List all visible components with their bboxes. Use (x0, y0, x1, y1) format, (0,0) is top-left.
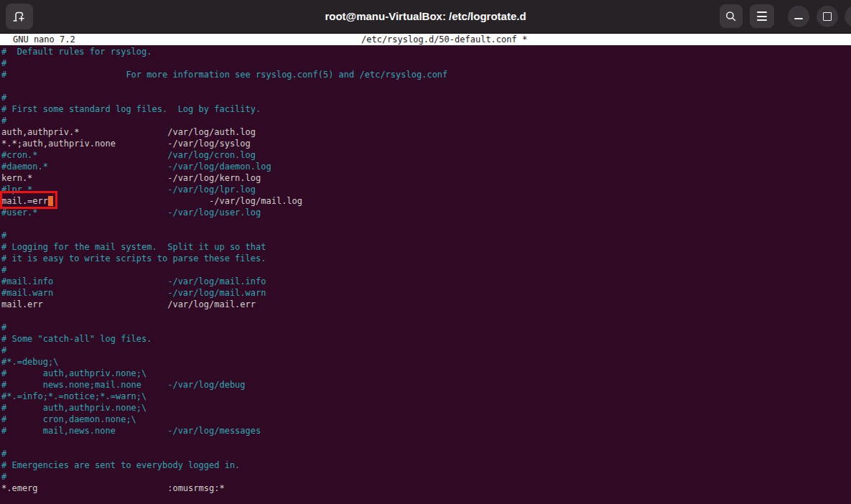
nano-version-label: GNU nano 7.2 (13, 34, 75, 45)
terminal-line: #mail.info -/var/log/mail.info (1, 276, 851, 287)
terminal-line: #daemon.* -/var/log/daemon.log (1, 161, 851, 172)
terminal-line: # For more information see rsyslog.conf(… (1, 69, 851, 80)
terminal-line: # auth,authpriv.none;\ (1, 368, 851, 379)
terminal-line: # (1, 230, 851, 241)
search-icon (725, 10, 738, 23)
terminal-line: # (1, 57, 851, 69)
terminal-line: # (1, 448, 851, 459)
terminal-line: mail.=err -/var/log/mail.log (1, 195, 851, 207)
titlebar: root@manu-VirtualBox: /etc/logrotate.d (0, 0, 851, 34)
terminal-line (1, 310, 851, 322)
terminal-line: # news.none;mail.none -/var/log/debug (1, 379, 851, 391)
terminal-line: *.emerg :omusrmsg:* (1, 482, 851, 494)
minimize-icon (794, 18, 803, 19)
search-button[interactable] (720, 4, 743, 28)
terminal-line: # (1, 115, 851, 126)
terminal-line: # Default rules for rsyslog. (1, 46, 851, 57)
terminal-line: #user.* -/var/log/user.log (1, 207, 851, 218)
terminal-line: # (1, 345, 851, 356)
menu-button[interactable] (750, 4, 774, 28)
terminal-line: # Emergencies are sent to everybody logg… (1, 459, 851, 471)
terminal-line: # cron,daemon.none;\ (1, 414, 851, 425)
nano-header: GNU nano 7.2 /etc/rsyslog.d/50-default.c… (0, 34, 851, 45)
terminal-line: # (1, 92, 851, 103)
terminal-line: # mail,news.none -/var/log/messages (1, 425, 851, 437)
terminal-line: #cron.* /var/log/cron.log (1, 149, 851, 161)
terminal-line (1, 80, 851, 92)
terminal-line (1, 437, 851, 448)
text-cursor (48, 196, 53, 206)
terminal-line: # Logging for the mail system. Split it … (1, 241, 851, 253)
minimize-button[interactable] (788, 6, 809, 27)
terminal-line: # it is easy to write scripts to parse t… (1, 253, 851, 264)
nano-file-label: /etc/rsyslog.d/50-default.conf * (361, 34, 527, 45)
terminal-line: mail.err /var/log/mail.err (1, 299, 851, 310)
terminal-line: # First some standard log files. Log by … (1, 103, 851, 115)
terminal-line: # (1, 264, 851, 276)
maximize-button[interactable] (817, 6, 838, 27)
terminal-line: *.*;auth,authpriv.none -/var/log/syslog (1, 138, 851, 149)
terminal-line: #lpr.* -/var/log/lpr.log (1, 184, 851, 195)
terminal-line: #*.=info;*.=notice;*.=warn;\ (1, 391, 851, 402)
menu-icon (757, 11, 767, 21)
maximize-icon (823, 12, 832, 21)
terminal-line: auth,authpriv.* /var/log/auth.log (1, 126, 851, 138)
terminal-line: # (1, 322, 851, 333)
terminal-line: kern.* -/var/log/kern.log (1, 172, 851, 184)
terminal-line: # (1, 471, 851, 482)
terminal-line: # auth,authpriv.none;\ (1, 402, 851, 414)
terminal-body[interactable]: # Default rules for rsyslog.## For more … (0, 45, 851, 504)
terminal-line (1, 218, 851, 230)
terminal-line: #*.=debug;\ (1, 356, 851, 368)
terminal-line: # Some "catch-all" log files. (1, 333, 851, 345)
terminal-line: #mail.warn -/var/log/mail.warn (1, 287, 851, 299)
